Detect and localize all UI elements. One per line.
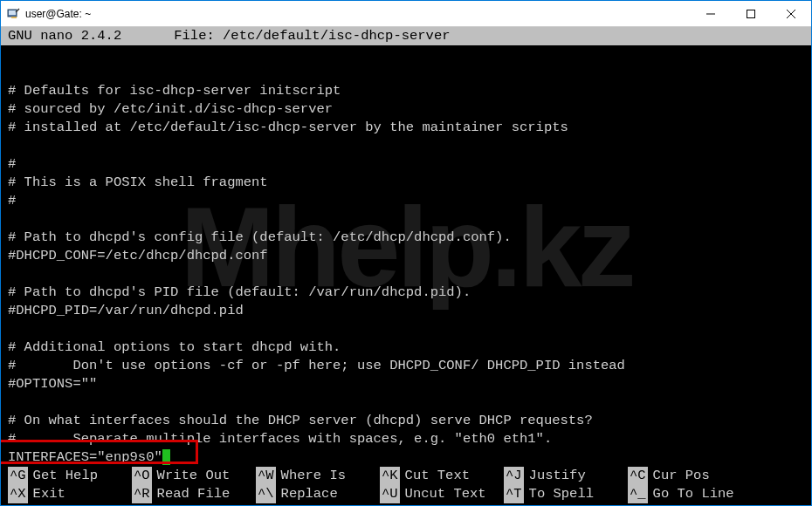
putty-icon (1, 7, 25, 21)
file-line: # Separate multiple interfaces with spac… (8, 431, 552, 447)
file-line: # Defaults for isc-dhcp-server initscrip… (8, 83, 341, 99)
svg-rect-1 (9, 10, 16, 15)
shortcut-to-spell: ^TTo Spell (504, 485, 628, 503)
file-line: # On what interfaces should the DHCP ser… (8, 413, 593, 428)
file-line: # Additional options to start dhcpd with… (8, 339, 341, 355)
window-title: user@Gate: ~ (25, 8, 691, 20)
shortcut-get-help: ^GGet Help (8, 467, 132, 485)
maximize-button[interactable] (731, 1, 771, 27)
shortcut-exit: ^XExit (8, 485, 132, 503)
shortcut-write-out: ^OWrite Out (132, 467, 256, 485)
shortcut-go-to-line: ^_Go To Line (628, 485, 752, 503)
nano-version: GNU nano 2.4.2 (8, 27, 121, 45)
interfaces-line: INTERFACES="enp9s0" (8, 449, 162, 465)
file-line: # Path to dhcpd's config file (default: … (8, 229, 512, 245)
svg-rect-2 (11, 17, 17, 18)
shortcut-replace: ^\Replace (256, 485, 380, 503)
file-line: # Don't use options -cf or -pf here; use… (8, 358, 625, 373)
minimize-button[interactable] (691, 1, 731, 27)
file-line: # sourced by /etc/init.d/isc-dhcp-server (8, 101, 333, 117)
shortcut-cur-pos: ^CCur Pos (628, 467, 752, 485)
shortcut-uncut-text: ^UUncut Text (380, 485, 504, 503)
shortcut-read-file: ^RRead File (132, 485, 256, 503)
file-line: # installed at /etc/default/isc-dhcp-ser… (8, 120, 568, 135)
shortcut-row: ^XExit ^RRead File ^\Replace ^UUncut Tex… (8, 485, 804, 503)
titlebar[interactable]: user@Gate: ~ (1, 1, 811, 27)
file-line: # Path to dhcpd's PID file (default: /va… (8, 284, 471, 300)
file-line: # (8, 193, 16, 209)
app-window: user@Gate: ~ GNU nano 2.4.2 File: /etc/d… (0, 0, 812, 506)
shortcut-cut-text: ^KCut Text (380, 467, 504, 485)
file-line: #DHCPD_PID=/var/run/dhcpd.pid (8, 303, 244, 318)
shortcut-justify: ^JJustify (504, 467, 628, 485)
file-line: #DHCPD_CONF=/etc/dhcp/dhcpd.conf (8, 248, 268, 263)
shortcut-where-is: ^WWhere Is (256, 467, 380, 485)
nano-file-label: File: /etc/default/isc-dhcp-server (121, 27, 804, 45)
editor-content[interactable]: # Defaults for isc-dhcp-server initscrip… (1, 45, 811, 467)
nano-shortcuts: ^GGet Help ^OWrite Out ^WWhere Is ^KCut … (1, 467, 811, 505)
svg-rect-4 (747, 10, 755, 17)
close-button[interactable] (771, 1, 811, 27)
shortcut-row: ^GGet Help ^OWrite Out ^WWhere Is ^KCut … (8, 467, 804, 485)
file-line: #OPTIONS="" (8, 376, 97, 392)
file-line: # (8, 156, 16, 172)
nano-header: GNU nano 2.4.2 File: /etc/default/isc-dh… (1, 27, 811, 45)
terminal[interactable]: GNU nano 2.4.2 File: /etc/default/isc-dh… (1, 27, 811, 467)
file-line: # This is a POSIX shell fragment (8, 174, 268, 190)
cursor (162, 449, 170, 465)
